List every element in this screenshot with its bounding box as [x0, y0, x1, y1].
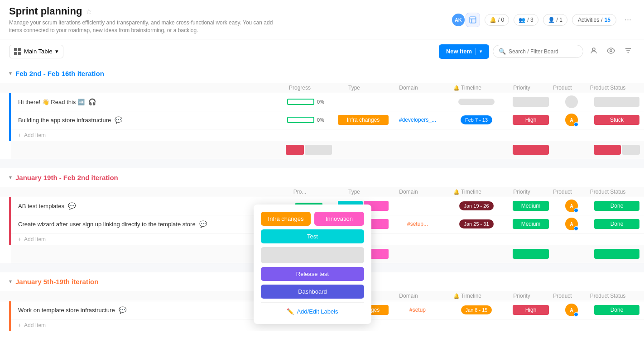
person-plus-button[interactable]: 👥 / 3 [514, 14, 538, 26]
avatar-box[interactable] [466, 13, 480, 27]
type-dropdown-popup: Infra changes Innovation Test Release te… [254, 205, 371, 324]
cell-priority: Medium [508, 199, 553, 213]
eye-icon-button[interactable] [604, 44, 618, 59]
priority-badge: Medium [513, 219, 549, 229]
progress-pct: 0% [317, 117, 331, 123]
cell-domain: #setup [390, 305, 445, 315]
popup-item-infra[interactable]: Infra changes [261, 212, 311, 226]
group2-header: ▾ January 19th - Feb 2nd iteration [0, 168, 644, 187]
col-priority-label3: Priority [499, 293, 544, 299]
new-item-button[interactable]: New Item ▾ [439, 44, 489, 59]
timeline-badge: Jan 25 - 31 [459, 219, 493, 228]
search-icon: 🔍 [499, 48, 506, 55]
more-button[interactable]: ··· [621, 13, 635, 27]
cell-status [590, 95, 644, 109]
activities-button[interactable]: Activities / 15 [572, 14, 616, 26]
product-avatar: A [565, 218, 578, 230]
content-area: ▾ Feb 2nd - Feb 16th iteration Progress … [0, 64, 644, 331]
add-item-row[interactable]: + Add Item [11, 129, 644, 141]
cell-product: A [553, 198, 590, 214]
cell-priority [508, 95, 553, 109]
headphone-icon[interactable]: 🎧 [88, 98, 96, 105]
main-table-button[interactable]: Main Table ▾ [9, 45, 63, 58]
popup-grid: Infra changes Innovation Test Release te… [261, 212, 364, 299]
star-icon[interactable]: ☆ [86, 7, 92, 16]
product-avatar: A [565, 200, 578, 212]
group1-header: ▾ Feb 2nd - Feb 16th iteration [0, 64, 644, 83]
cell-status: Stuck [590, 113, 644, 127]
plus-icon: + [18, 236, 21, 243]
cell-status: Done [590, 303, 644, 317]
status-badge: Done [594, 305, 639, 315]
person-plus-icon: 👥 [519, 17, 525, 23]
col-type-label: Type [327, 85, 381, 91]
search-box[interactable]: 🔍 [493, 45, 583, 58]
group1-toggle[interactable]: ▾ [9, 70, 12, 76]
status-badge: Stuck [594, 115, 639, 125]
popup-add-label-button[interactable]: ✏️ Add/Edit Labels [261, 306, 364, 317]
col-timeline-label3: 🔔 Timeline [436, 293, 499, 299]
group2-title[interactable]: January 19th - Feb 2nd iteration [15, 174, 118, 181]
row-name: Work on template store infrastructure 💬 [11, 303, 282, 317]
user-icon: 👤 [548, 17, 555, 23]
row-item-name: Create wizard after user sign up linking… [18, 221, 196, 228]
partial-row-1 [11, 141, 644, 159]
cell-product [553, 94, 590, 110]
comment-icon[interactable]: 💬 [115, 116, 122, 124]
status-badge: Done [594, 219, 639, 229]
popup-divider [261, 302, 364, 303]
group3-title[interactable]: January 5th-19th iteration [15, 278, 98, 285]
dropdown-arrow-icon: ▾ [480, 49, 482, 54]
page-subtitle: Manage your scrum iterations efficiently… [9, 19, 281, 34]
status-empty [594, 97, 639, 107]
header-controls: AK 🔔 / 0 👥 / 3 👤 / 1 Activities / 15 ··· [451, 13, 635, 27]
product-avatar: A [565, 114, 578, 126]
cell-type[interactable]: Infra changes [336, 113, 390, 127]
popup-item-dashboard[interactable]: Dashboard [261, 285, 364, 299]
progress-bar [287, 99, 314, 105]
page-title: Sprint planning [9, 5, 82, 17]
group1-title[interactable]: Feb 2nd - Feb 16th iteration [15, 70, 104, 77]
comment-icon[interactable]: 💬 [68, 202, 76, 209]
timeline-empty [458, 99, 495, 105]
cell-progress: 0% [282, 115, 336, 125]
filter-icon-button[interactable] [621, 44, 635, 59]
title-row: Sprint planning ☆ [9, 5, 281, 17]
bell-col-icon2: 🔔 [453, 189, 461, 195]
row-item-name: AB test templates [18, 203, 64, 209]
user-circle-icon-button[interactable] [587, 44, 601, 59]
timeline-badge: Jan 19 - 26 [459, 201, 493, 210]
col-product-label3: Product [544, 293, 581, 299]
type-badge[interactable]: Infra changes [338, 115, 389, 125]
comment-icon[interactable]: 💬 [119, 306, 126, 314]
row-item-name: Building the app store infrastructure [18, 117, 111, 124]
group2-toggle[interactable]: ▾ [9, 174, 12, 181]
avatar-indicator [574, 312, 578, 317]
col-status-label2: Product Status [581, 189, 635, 195]
priority-empty [513, 97, 549, 107]
avatar-indicator [574, 208, 578, 213]
popup-item-empty[interactable] [261, 247, 364, 263]
popup-item-release[interactable]: Release test [261, 267, 364, 281]
avatar-indicator [574, 226, 578, 231]
search-input[interactable] [509, 48, 577, 55]
cell-type[interactable] [336, 100, 390, 104]
popup-item-innovation[interactable]: Innovation [314, 212, 364, 226]
table-row: Building the app store infrastructure 💬 … [11, 111, 644, 129]
col-domain-label2: Domain [381, 189, 436, 195]
group3-toggle[interactable]: ▾ [9, 278, 12, 285]
section-gap-1 [0, 159, 644, 168]
timeline-badge: Feb 7 - 13 [461, 115, 492, 124]
col-progress-label2: Pro... [273, 189, 327, 195]
user-button[interactable]: 👤 / 1 [543, 14, 567, 26]
avatar-group: AK [451, 13, 480, 27]
col-timeline-label: 🔔 Timeline [436, 85, 499, 91]
bell-button[interactable]: 🔔 / 0 [485, 14, 509, 26]
popup-item-test[interactable]: Test [261, 229, 364, 243]
plus-icon: + [18, 132, 21, 138]
comment-icon[interactable]: 💬 [199, 220, 207, 228]
cell-priority: Medium [508, 217, 553, 231]
domain-value: #setup... [407, 221, 428, 227]
toolbar-left: Main Table ▾ [9, 45, 63, 58]
cell-priority: High [508, 303, 553, 317]
